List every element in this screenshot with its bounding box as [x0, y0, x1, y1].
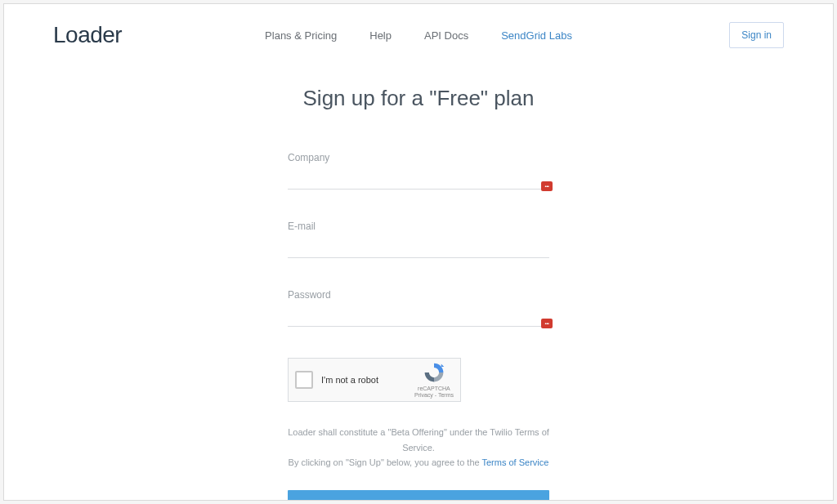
email-field-wrapper: E-mail [288, 221, 549, 258]
nav-help[interactable]: Help [369, 29, 392, 42]
recaptcha-legal-text: Privacy - Terms [414, 392, 454, 399]
password-field-wrapper: Password [288, 289, 549, 327]
email-label: E-mail [288, 221, 549, 232]
terms-line-1: Loader shall constitute a "Beta Offering… [288, 425, 549, 455]
password-input[interactable] [288, 306, 549, 327]
recaptcha-brand-text: reCAPTCHA [414, 386, 454, 392]
password-label: Password [288, 289, 549, 301]
svg-marker-0 [441, 364, 445, 367]
recaptcha-logo-icon [423, 361, 445, 384]
terms-of-service-link[interactable]: Terms of Service [482, 457, 549, 467]
company-label: Company [288, 152, 549, 163]
terms-line-2: By clicking on "Sign Up" below, you agre… [288, 455, 549, 471]
signup-button[interactable]: Sign up [288, 490, 549, 501]
recaptcha-checkbox[interactable] [295, 371, 313, 389]
nav-plans-pricing[interactable]: Plans & Pricing [265, 29, 337, 42]
signin-button[interactable]: Sign in [729, 22, 784, 48]
required-badge-icon [541, 319, 553, 328]
page-title: Sign up for a "Free" plan [288, 86, 549, 111]
header: Loader Plans & Pricing Help API Docs Sen… [4, 4, 833, 53]
recaptcha-label: I'm not a robot [321, 375, 414, 385]
terms-text: Loader shall constitute a "Beta Offering… [288, 425, 549, 471]
email-input[interactable] [288, 237, 549, 258]
nav-sendgrid-labs[interactable]: SendGrid Labs [501, 29, 572, 42]
nav-api-docs[interactable]: API Docs [424, 29, 468, 42]
company-input[interactable] [288, 168, 549, 190]
logo: Loader [53, 22, 122, 48]
required-badge-icon [541, 181, 553, 191]
recaptcha-widget: I'm not a robot reCAPTCHA Privacy - Term… [288, 358, 461, 402]
recaptcha-branding: reCAPTCHA Privacy - Terms [414, 361, 454, 399]
company-field-wrapper: Company [288, 152, 549, 190]
top-nav: Plans & Pricing Help API Docs SendGrid L… [265, 29, 572, 42]
signup-form: Sign up for a "Free" plan Company E-mail… [288, 86, 549, 501]
